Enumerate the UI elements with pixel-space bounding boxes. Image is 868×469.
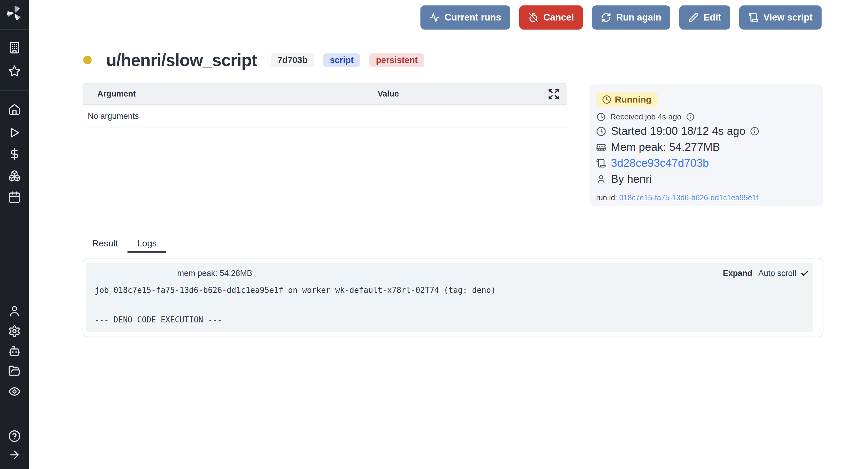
view-script-button[interactable]: View script — [739, 5, 822, 30]
info-icon[interactable] — [686, 113, 694, 121]
column-header-value: Value — [378, 89, 399, 99]
tab-logs[interactable]: Logs — [127, 234, 166, 253]
workers-robot-icon[interactable] — [8, 345, 21, 357]
sidebar — [0, 0, 29, 469]
autoscroll-toggle[interactable]: Auto scroll — [758, 269, 809, 278]
expand-table-icon[interactable] — [548, 88, 560, 100]
workspace-building-icon[interactable] — [8, 41, 21, 54]
autoscroll-label: Auto scroll — [758, 269, 796, 278]
scroll-icon — [596, 158, 606, 168]
schedules-calendar-icon[interactable] — [8, 191, 21, 204]
mem-peak-text: Mem peak: 54.277MB — [611, 141, 720, 153]
sidebar-divider — [0, 90, 29, 91]
title-row: u/henri/slow_script 7d703b script persis… — [83, 48, 424, 72]
current-runs-button[interactable]: Current runs — [421, 5, 510, 30]
script-kind-badge: script — [323, 53, 360, 67]
title-badges: 7d703b script persistent — [271, 53, 424, 67]
scroll-icon — [748, 12, 758, 23]
person-icon — [596, 174, 606, 184]
run-status-dot — [83, 56, 92, 64]
arguments-table: Argument Value No arguments — [83, 83, 567, 128]
log-line: job 018c7e15-fa75-13d6-b626-dd1c1ea95e1f… — [95, 283, 813, 298]
log-mem-peak: mem peak: 54.28MB — [177, 269, 252, 278]
pencil-icon — [688, 12, 699, 23]
status-badge: Running — [596, 92, 658, 107]
audit-logs-eye-icon[interactable] — [8, 385, 21, 398]
log-line — [95, 298, 813, 313]
run-id-label: run id: — [596, 193, 617, 202]
edit-label: Edit — [704, 12, 721, 23]
expand-sidebar-arrow-icon[interactable] — [8, 448, 21, 461]
script-hash-row: 3d28ce93c47d703b — [596, 157, 815, 170]
edit-button[interactable]: Edit — [679, 5, 730, 30]
run-id-row: run id: 018c7e15-fa75-13d6-b626-dd1c1ea9… — [596, 193, 815, 202]
log-controls: Expand Auto scroll — [723, 269, 809, 278]
result-logs-tabs: Result Logs — [83, 234, 824, 253]
run-info-panel: Running Received job 4s ago Started 19:0… — [590, 84, 824, 206]
windmill-logo[interactable] — [7, 5, 22, 21]
sidebar-divider — [0, 29, 29, 30]
by-row: By henri — [596, 173, 815, 185]
run-again-label: Run again — [616, 12, 661, 23]
mem-peak-row: Mem peak: 54.277MB — [596, 141, 815, 153]
clock-icon — [597, 113, 606, 121]
clock-icon — [596, 126, 606, 136]
help-icon[interactable] — [8, 430, 21, 442]
arguments-table-header: Argument Value — [83, 84, 567, 105]
run-id-link[interactable]: 018c7e15-fa75-13d6-b626-dd1c1ea95e1f — [619, 193, 758, 202]
page-title: u/henri/slow_script — [106, 50, 257, 70]
variables-dollar-icon[interactable] — [8, 148, 21, 160]
column-header-argument: Argument — [83, 89, 136, 99]
home-icon[interactable] — [8, 103, 21, 116]
current-runs-label: Current runs — [444, 12, 501, 23]
script-hash-link[interactable]: 3d28ce93c47d703b — [611, 157, 709, 170]
log-line: --- DENO CODE EXECUTION --- — [95, 313, 813, 327]
script-hash-badge[interactable]: 7d703b — [271, 53, 314, 67]
activity-icon — [430, 12, 440, 23]
by-text: By henri — [611, 173, 652, 185]
received-row: Received job 4s ago — [597, 112, 815, 121]
cancel-label: Cancel — [544, 12, 574, 23]
table-row: No arguments — [83, 105, 567, 127]
started-text: Started 19:00 18/12 4s ago — [611, 125, 745, 138]
memory-icon — [596, 142, 606, 152]
timer-off-icon — [528, 12, 538, 23]
started-row: Started 19:00 18/12 4s ago — [596, 125, 815, 138]
tab-result[interactable]: Result — [83, 234, 127, 253]
refresh-icon — [601, 12, 611, 23]
expand-logs-button[interactable]: Expand — [723, 269, 752, 278]
clock-icon — [602, 95, 611, 104]
check-icon — [801, 269, 809, 278]
settings-gear-icon[interactable] — [8, 325, 21, 338]
received-text: Received job 4s ago — [610, 112, 681, 121]
header-actions: Current runs Cancel Run again Edit View … — [421, 5, 822, 30]
view-script-label: View script — [764, 12, 812, 23]
favorites-star-icon[interactable] — [8, 65, 21, 78]
run-again-button[interactable]: Run again — [592, 5, 670, 30]
log-viewer: mem peak: 54.28MB Expand Auto scroll job… — [86, 263, 813, 332]
log-output: job 018c7e15-fa75-13d6-b626-dd1c1ea95e1f… — [95, 283, 813, 327]
folders-icon[interactable] — [8, 364, 21, 377]
persistent-badge: persistent — [369, 53, 424, 67]
cancel-button[interactable]: Cancel — [519, 5, 583, 30]
resources-boxes-icon[interactable] — [8, 170, 21, 182]
runs-play-icon[interactable] — [8, 126, 21, 139]
info-icon[interactable] — [750, 127, 759, 136]
users-person-icon[interactable] — [8, 305, 21, 318]
status-label: Running — [615, 94, 652, 105]
log-card: mem peak: 54.28MB Expand Auto scroll job… — [83, 258, 824, 337]
log-header: mem peak: 54.28MB Expand Auto scroll — [86, 269, 813, 278]
